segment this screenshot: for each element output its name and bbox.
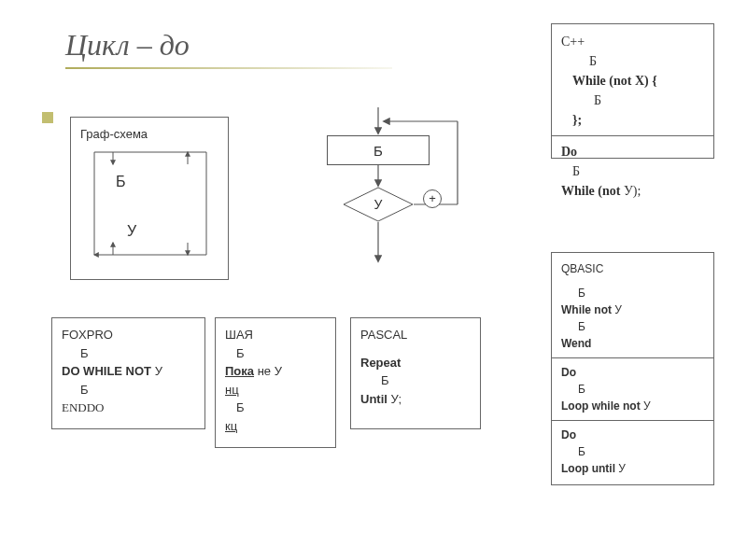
shaya-l3: нц	[225, 381, 326, 399]
pascal-name: PASCAL	[360, 326, 471, 344]
shaya-box: ШАЯ Б Пока не У нц Б кц	[215, 317, 336, 448]
cpp-a3: Б	[561, 91, 704, 110]
foxpro-name: FOXPRO	[62, 326, 195, 344]
foxpro-box: FOXPRO Б DO WHILE NOT У Б ENDDO	[51, 317, 205, 429]
qbasic-sep2	[552, 420, 713, 421]
shaya-l2: Пока не У	[225, 362, 326, 381]
foxpro-l4: ENDDO	[62, 399, 195, 417]
qbasic-sep1	[552, 357, 713, 358]
qbasic-c1: Do	[561, 427, 704, 443]
bullet-icon	[42, 112, 53, 123]
cpp-b1: Do	[561, 142, 704, 161]
qbasic-a3: Б	[561, 318, 704, 335]
shaya-l5: кц	[225, 417, 326, 436]
qbasic-b2: Б	[561, 381, 704, 398]
qbasic-c3: Loop until У	[561, 460, 704, 477]
foxpro-l2: DO WHILE NOT У	[62, 362, 195, 381]
title-underline	[65, 67, 392, 69]
qbasic-c2: Б	[561, 443, 704, 460]
flow-block-b: Б	[327, 135, 430, 165]
pascal-l1: Repeat	[360, 354, 471, 372]
cpp-name: С++	[561, 32, 704, 51]
graf-schema-box: Граф-схема Б У	[70, 117, 229, 280]
qbasic-a2: While not У	[561, 301, 704, 318]
pascal-box: PASCAL Repeat Б Until У;	[350, 317, 481, 429]
page-title: Цикл – до	[65, 28, 190, 63]
qbasic-box: QBASIC Б While not У Б Wend Do Б Loop wh…	[551, 252, 714, 485]
cpp-a1: Б	[561, 51, 704, 71]
shaya-l1: Б	[225, 344, 326, 363]
cpp-a2: While (not X) {	[561, 71, 704, 91]
foxpro-l3: Б	[62, 381, 195, 399]
flowchart: Б У +	[275, 98, 518, 285]
cpp-b3: While (not У);	[561, 181, 704, 201]
graf-title: Граф-схема	[80, 125, 218, 144]
flow-condition-label: У	[343, 187, 414, 222]
graf-diagram: Б У	[80, 147, 218, 267]
qbasic-b3: Loop while not У	[561, 398, 704, 414]
svg-text:У: У	[127, 223, 137, 239]
flow-plus-icon: +	[423, 189, 442, 208]
shaya-l4: Б	[225, 399, 326, 417]
cpp-a4: };	[561, 110, 704, 130]
foxpro-l1: Б	[62, 344, 195, 363]
flow-condition: У	[343, 187, 414, 222]
qbasic-a4: Wend	[561, 335, 704, 352]
cpp-box: С++ Б While (not X) { Б }; Do Б While (n…	[551, 23, 714, 159]
pascal-l3: Until У;	[360, 390, 471, 409]
qbasic-a1: Б	[561, 285, 704, 301]
shaya-name: ШАЯ	[225, 326, 326, 344]
pascal-l2: Б	[360, 371, 471, 390]
qbasic-name: QBASIC	[561, 260, 704, 277]
svg-text:Б: Б	[116, 174, 126, 189]
cpp-b2: Б	[561, 161, 704, 181]
qbasic-b1: Do	[561, 364, 704, 381]
cpp-separator	[552, 135, 713, 136]
